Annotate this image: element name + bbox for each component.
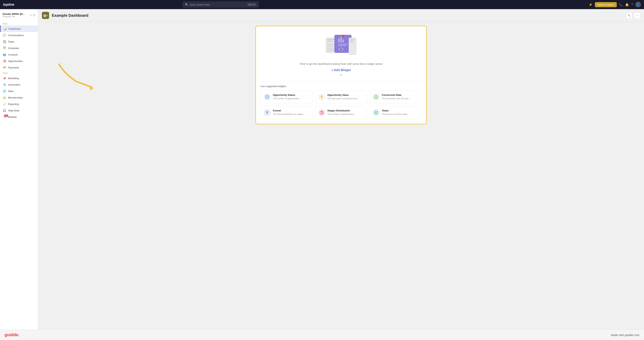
conversations-icon: 💬 [3,33,6,37]
sidebar-item-contacts-label: Contacts [8,53,18,56]
page-header: ▦ ▾ Example Dashboard ✏️ ⋯ [38,9,644,22]
sidebar-item-marketing[interactable]: 📣 Marketing [0,75,38,81]
widget-panel-top: 📌 ● [256,26,426,82]
dashboard-grid-icon: ▦ [44,14,46,17]
sidebar-header: Dunder Mifflin [D... Scranton, PA ▾ ⊡ [0,11,38,20]
apps-section-label: Apps [0,21,38,25]
opportunity-value-info: Opportunity Value The total value (monet… [327,94,358,100]
illustration-right [349,38,356,55]
org-dropdown-icon[interactable]: ▾ [30,14,32,16]
help-icon[interactable]: ? [631,3,633,6]
phone-icon[interactable]: 📞 [619,3,623,6]
stages-distribution-desc: The number of opportunities... [327,113,355,116]
sidebar-item-opportunities[interactable]: 🎯 Opportunities [0,58,38,64]
sidebar-item-helpdesk-label: Help Desk [8,109,20,112]
sidebar-item-contacts[interactable]: 👥 Contacts [0,51,38,58]
funnel-icon [264,109,270,116]
sidebar-item-memberships-label: Memberships [8,96,23,99]
sidebar-item-mailfold-label: Mailfold [8,116,16,119]
tasks-widget-info: Tasks The list view of all the tasks... [382,109,409,116]
tasks-widget-title: Tasks [382,109,409,112]
conversion-rate-info: Conversion Rate The conversion rate (%) … [382,94,410,100]
tools-section-label: Tools [0,71,38,75]
tasks-icon: ✅ [3,40,6,43]
sidebar-item-conversations[interactable]: 💬 Conversations [0,32,38,38]
dashboard-icon: 📊 [3,27,7,30]
bell-icon[interactable]: 🔔 [625,3,629,6]
more-options-icon: ⋯ [636,14,638,17]
funnel-desc: The funnel distribution by stages,... [273,113,306,116]
stages-distribution-title: Stages Distribution [327,109,355,112]
opportunity-value-title: Opportunity Value [327,94,358,96]
guidde-tagline: Made with guidde.com [611,333,640,337]
funnel-info: Funnel The funnel distribution by stages… [273,109,306,116]
sidebar-item-mailfold[interactable]: 📧 10 Mailfold [0,114,38,120]
sidebar-toggle-icon[interactable]: ⊡ [33,14,35,17]
opportunity-value-icon [318,94,325,100]
edit-icon: ✏️ [628,14,631,17]
sidebar-item-automation-label: Automation [8,83,20,86]
opportunity-value-desc: The total value (monetary) of all... [327,97,358,100]
stages-distribution-info: Stages Distribution The number of opport… [327,109,355,116]
sidebar-item-scheduler-label: Scheduler [8,47,19,50]
opportunities-icon: 🎯 [3,59,6,63]
sidebar-item-scheduler[interactable]: 📅 Scheduler [0,45,38,51]
sidebar-item-payments[interactable]: 💳 Payments [0,64,38,71]
sidebar-item-dashboard[interactable]: 📊 Dashboard [0,25,38,32]
search-bar[interactable]: 🔍 Quick search here Ctrl + K [182,1,259,7]
widget-card-opportunity-status[interactable]: Opportunity Status The number of opportu… [260,90,313,104]
sidebar-item-helpdesk[interactable]: 🎧 Help Desk [0,107,38,114]
add-widget-button[interactable]: + Add Widget [331,68,351,72]
widget-card-opportunity-value[interactable]: Opportunity Value The total value (monet… [315,90,367,104]
automation-icon: ⚙️ [3,83,6,86]
sidebar-item-memberships[interactable]: 👑 Memberships [0,94,38,101]
scheduler-icon: 📅 [3,46,6,50]
contacts-icon: 👥 [3,53,6,56]
sidebar-item-tasks-label: Tasks [8,40,14,43]
arrow-annotation [53,59,107,97]
payments-icon: 💳 [3,66,6,69]
dashboard-icon-box[interactable]: ▦ ▾ [42,12,49,19]
app-logo: topline [3,3,14,7]
avatar[interactable]: 👤 [635,2,641,7]
sidebar-item-automation[interactable]: ⚙️ Automation [0,81,38,88]
edit-button[interactable]: ✏️ [626,12,632,18]
memberships-icon: 👑 [3,96,6,99]
opportunity-status-info: Opportunity Status The number of opportu… [273,94,301,100]
main-content: ▦ ▾ Example Dashboard ✏️ ⋯ [38,9,644,330]
sidebar-item-marketing-label: Marketing [8,77,19,80]
marketing-icon: 📣 [3,76,6,80]
sidebar-item-sites-label: Sites [8,90,14,93]
sidebar-item-reporting-label: Reporting [8,103,19,106]
svg-point-3 [374,95,378,99]
reporting-icon: 📈 [3,102,6,106]
conversion-rate-desc: The conversion rate (%) and... [382,97,410,100]
lightning-icon[interactable]: ⚡ [589,3,592,6]
widget-panel-bottom: Use suggested widgets Opportunity Status… [256,82,426,124]
opportunity-status-title: Opportunity Status [273,94,301,96]
sidebar-item-sites[interactable]: 🌐 Sites [0,88,38,94]
sidebar-item-opportunities-label: Opportunities [8,60,23,63]
sidebar-item-tasks[interactable]: ✅ Tasks [0,38,38,45]
widget-tagline: Time to get the dashboard looking fresh … [300,62,382,65]
sidebar-item-payments-label: Payments [8,66,19,69]
sidebar: Dunder Mifflin [D... Scranton, PA ▾ ⊡ Ap… [0,9,38,330]
guidde-logo: guidde. [4,333,20,337]
search-placeholder: Quick search here [190,3,246,6]
widget-card-funnel[interactable]: Funnel The funnel distribution by stages… [260,106,313,119]
widget-card-stages-distribution[interactable]: Stages Distribution The number of opport… [315,106,367,119]
topnav-actions: ⚡ topline Support 📞 🔔 ? 👤 [589,2,641,7]
widget-illustration: 📌 ● [324,34,358,59]
header-dropdown-chevron: ▾ [47,14,48,16]
tasks-widget-desc: The list view of all the tasks... [382,113,409,116]
widget-card-conversion-rate[interactable]: Conversion Rate The conversion rate (%) … [370,90,422,104]
mailfold-badge: 10 [4,115,8,117]
conversion-rate-title: Conversion Rate [382,94,410,96]
top-navigation: topline 🔍 Quick search here Ctrl + K ⚡ t… [0,0,644,9]
org-name: Dunder Mifflin [D... [3,12,25,15]
sidebar-item-reporting[interactable]: 📈 Reporting [0,101,38,107]
more-options-button[interactable]: ⋯ [634,12,640,18]
opportunity-status-desc: The number of opportunities... [273,97,301,100]
widget-card-tasks[interactable]: Tasks The list view of all the tasks... [370,106,422,119]
support-button[interactable]: topline Support [595,2,617,7]
